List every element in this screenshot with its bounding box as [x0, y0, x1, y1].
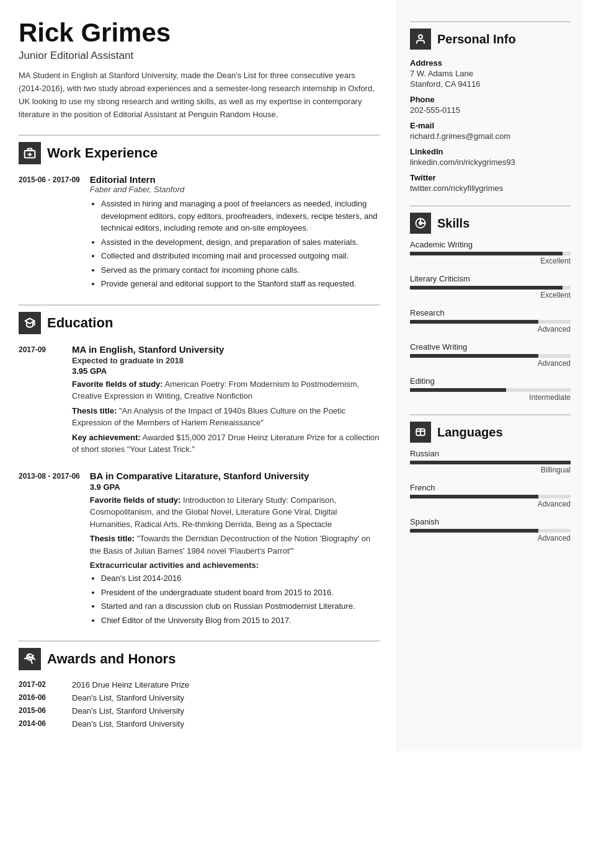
work-entry-1-content: Editorial Intern Faber and Faber, Stanfo…	[90, 174, 380, 292]
work-bullet-1-3: Collected and distributed incoming mail …	[101, 250, 380, 262]
lang-level-1: Advanced	[410, 500, 571, 508]
skill-bar-fill-0	[410, 252, 563, 255]
address-line2: Stanford, CA 94116	[410, 79, 571, 89]
awards-icon	[19, 648, 41, 670]
skill-bar-container-0	[410, 252, 571, 255]
lang-item-1: French Advanced	[410, 483, 571, 508]
lang-bar-fill-2	[410, 529, 538, 533]
skill-name-1: Literary Criticism	[410, 274, 571, 283]
personal-info-title: Personal Info	[437, 32, 516, 46]
languages-list: Russian Billingual French Advanced Spani…	[410, 449, 571, 542]
lang-item-2: Spanish Advanced	[410, 517, 571, 542]
work-bullet-1-2: Assisted in the development, design, and…	[101, 236, 380, 249]
awards-title: Awards and Honors	[47, 651, 176, 667]
linkedin-label: LinkedIn	[410, 147, 571, 156]
twitter-label: Twitter	[410, 173, 571, 182]
award-date-4: 2014-06	[19, 719, 62, 728]
work-experience-header: Work Experience	[19, 135, 380, 164]
skill-item-4: Editing Intermediate	[410, 376, 571, 402]
languages-icon	[410, 422, 431, 443]
award-name-4: Dean's List, Stanford University	[72, 719, 184, 728]
skill-item-0: Academic Writing Excellent	[410, 240, 571, 265]
lang-level-0: Billingual	[410, 466, 571, 474]
lang-level-2: Advanced	[410, 534, 571, 542]
lang-bar-container-2	[410, 529, 571, 533]
twitter-value: twitter.com/rickyfillygrimes	[410, 184, 571, 193]
work-entry-1-date: 2015-06 - 2017-09	[19, 174, 80, 292]
svg-point-4	[419, 35, 422, 38]
edu-gpa-1: 3.95 GPA	[72, 366, 380, 376]
work-bullets-1: Assisted in hiring and managing a pool o…	[90, 198, 380, 290]
edu-gpa-2: 3.9 GPA	[90, 482, 380, 492]
edu-extra-1: Dean's List 2014-2016	[101, 572, 380, 585]
skill-name-4: Editing	[410, 376, 571, 386]
work-entry-1: 2015-06 - 2017-09 Editorial Intern Faber…	[19, 174, 380, 292]
skill-bar-container-1	[410, 286, 571, 290]
phone-label: Phone	[410, 95, 571, 104]
edu-extracurricular-label: Extracurricular activities and achieveme…	[90, 560, 380, 570]
email-value: richard.f.grimes@gmail.com	[410, 131, 571, 141]
skill-bar-fill-3	[410, 354, 538, 358]
lang-name-0: Russian	[410, 449, 571, 458]
company-1: Faber and Faber, Stanford	[90, 185, 380, 194]
skills-title: Skills	[437, 216, 469, 231]
edu-entry-1-content: MA in English, Stanford University Expec…	[72, 344, 380, 458]
skill-level-0: Excellent	[410, 257, 571, 265]
lang-bar-container-1	[410, 495, 571, 498]
skill-item-1: Literary Criticism Excellent	[410, 274, 571, 299]
summary-text: MA Student in English at Stanford Univer…	[19, 69, 380, 121]
award-date-2: 2016-06	[19, 693, 62, 702]
award-date-3: 2015-06	[19, 706, 62, 715]
candidate-title: Junior Editorial Assistant	[19, 50, 380, 62]
lang-item-0: Russian Billingual	[410, 449, 571, 474]
skill-bar-fill-4	[410, 388, 506, 392]
education-icon	[19, 312, 41, 334]
candidate-name: Rick Grimes	[19, 19, 380, 47]
skill-name-3: Creative Writing	[410, 342, 571, 352]
work-experience-icon	[19, 142, 41, 164]
award-row-3: 2015-06 Dean's List, Stanford University	[19, 706, 380, 715]
lang-name-2: Spanish	[410, 517, 571, 526]
award-row-2: 2016-06 Dean's List, Stanford University	[19, 693, 380, 702]
award-date-1: 2017-02	[19, 680, 62, 689]
edu-fields-1: Favorite fields of study: American Poetr…	[72, 378, 380, 402]
skill-bar-container-4	[410, 388, 571, 392]
skill-bar-container-2	[410, 320, 571, 324]
work-experience-title: Work Experience	[47, 145, 158, 161]
skill-bar-fill-2	[410, 320, 538, 324]
edu-achievement-1: Key achievement: Awarded $15,000 2017 Dr…	[72, 432, 380, 456]
work-bullet-1-5: Provide general and editorial support to…	[101, 278, 380, 290]
skill-bar-fill-1	[410, 286, 563, 290]
edu-entry-2: 2013-08 - 2017-06 BA in Comparative Lita…	[19, 471, 380, 629]
skill-level-1: Excellent	[410, 291, 571, 299]
edu-entry-2-content: BA in Comparative Litarature, Stanford U…	[90, 471, 380, 629]
linkedin-value: linkedin.com/in/rickygrimes93	[410, 157, 571, 167]
lang-bar-fill-0	[410, 461, 571, 464]
skill-level-2: Advanced	[410, 325, 571, 334]
address-label: Address	[410, 58, 571, 68]
name-section: Rick Grimes Junior Editorial Assistant	[19, 19, 380, 62]
edu-degree-2: BA in Comparative Litarature, Stanford U…	[90, 471, 380, 481]
awards-list: 2017-02 2016 Drue Heinz Literature Prize…	[19, 680, 380, 728]
skill-name-2: Research	[410, 308, 571, 317]
languages-title: Languages	[437, 425, 503, 440]
personal-info-content: Address 7 W. Adams Lane Stanford, CA 941…	[410, 58, 571, 193]
phone-value: 202-555-0115	[410, 105, 571, 115]
edu-degree-1: MA in English, Stanford University	[72, 344, 380, 355]
work-bullet-1-1: Assisted in hiring and managing a pool o…	[101, 198, 380, 234]
edu-thesis-2: Thesis title: "Towards the Derridian Dec…	[90, 533, 380, 557]
lang-bar-fill-1	[410, 495, 538, 498]
lang-bar-container-0	[410, 461, 571, 464]
left-column: Rick Grimes Junior Editorial Assistant M…	[0, 0, 397, 751]
edu-extracurricular-list: Dean's List 2014-2016 President of the u…	[90, 572, 380, 626]
edu-entry-2-date: 2013-08 - 2017-06	[19, 471, 80, 629]
edu-thesis-1: Thesis title: "An Analysis of the Impact…	[72, 405, 380, 429]
skill-item-3: Creative Writing Advanced	[410, 342, 571, 368]
skill-bar-container-3	[410, 354, 571, 358]
skills-icon	[410, 213, 431, 234]
edu-entry-1-date: 2017-09	[19, 344, 62, 458]
skills-list: Academic Writing Excellent Literary Crit…	[410, 240, 571, 402]
skill-item-2: Research Advanced	[410, 308, 571, 334]
skill-level-3: Advanced	[410, 359, 571, 368]
lang-name-1: French	[410, 483, 571, 492]
